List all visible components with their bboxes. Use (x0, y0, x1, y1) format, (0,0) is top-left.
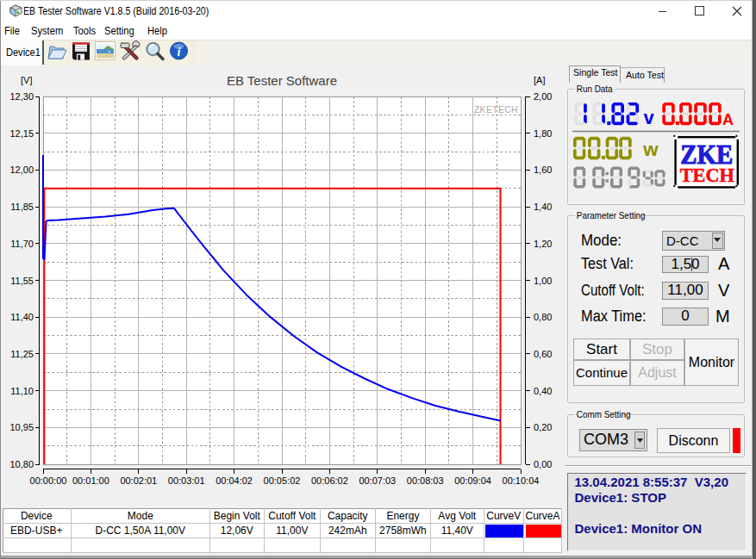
svg-text:00:00:00: 00:00:00 (30, 475, 67, 486)
svg-text:11,70: 11,70 (10, 239, 34, 249)
svg-text:11,40: 11,40 (10, 312, 34, 322)
svg-text:00:02:01: 00:02:01 (120, 475, 157, 486)
svg-text:00:10:04: 00:10:04 (503, 475, 540, 486)
svg-text:0,20: 0,20 (534, 422, 552, 432)
svg-text:10,95: 10,95 (9, 422, 34, 432)
svg-text:0,40: 0,40 (534, 386, 552, 396)
svg-text:0,60: 0,60 (534, 349, 552, 359)
svg-text:10,80: 10,80 (9, 459, 34, 469)
svg-text:A: A (722, 111, 734, 128)
svg-text:TECH: TECH (680, 165, 734, 186)
svg-text:00:04:02: 00:04:02 (216, 475, 253, 486)
svg-text:00:03:01: 00:03:01 (168, 475, 205, 486)
svg-text:i: i (178, 46, 181, 59)
svg-text:00:08:03: 00:08:03 (407, 475, 444, 486)
svg-text:11,85: 11,85 (10, 202, 34, 212)
svg-text:ZKETECH: ZKETECH (474, 104, 518, 115)
svg-text:1,80: 1,80 (534, 128, 552, 139)
svg-text:1,20: 1,20 (534, 239, 552, 249)
svg-text:1,60: 1,60 (534, 165, 552, 175)
svg-text:v: v (644, 107, 655, 128)
svg-text:00:06:02: 00:06:02 (311, 475, 348, 486)
svg-text:11,10: 11,10 (10, 386, 34, 396)
svg-text:0,00: 0,00 (534, 459, 552, 469)
svg-text:11,25: 11,25 (10, 349, 34, 359)
svg-text:12,00: 12,00 (9, 165, 34, 175)
svg-text:EB Tester Software: EB Tester Software (227, 73, 337, 88)
svg-text:00:01:00: 00:01:00 (72, 475, 109, 486)
svg-text:0,80: 0,80 (534, 312, 552, 322)
svg-text:11,55: 11,55 (10, 276, 34, 286)
svg-text:[V]: [V] (21, 75, 32, 85)
svg-text:2,00: 2,00 (534, 91, 552, 102)
svg-text:1,00: 1,00 (534, 276, 552, 286)
svg-text:12,30: 12,30 (9, 91, 34, 102)
svg-text:00:05:02: 00:05:02 (264, 475, 301, 486)
svg-text:w: w (642, 139, 659, 160)
svg-text:[A]: [A] (534, 75, 545, 85)
svg-text:12,15: 12,15 (9, 128, 34, 139)
svg-text:00:07:03: 00:07:03 (359, 475, 396, 486)
svg-text:00:09:04: 00:09:04 (454, 475, 491, 486)
svg-text:1,40: 1,40 (534, 202, 552, 212)
